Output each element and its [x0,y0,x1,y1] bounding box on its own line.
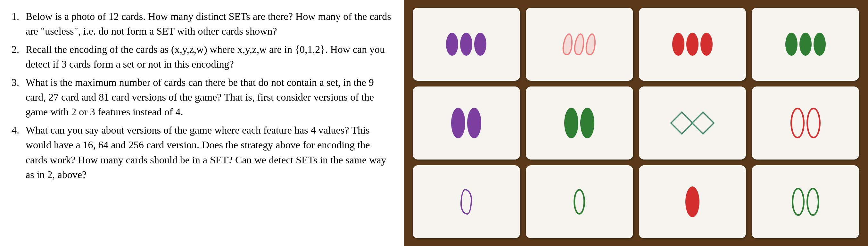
shape-purple-squiggle-outline [460,189,472,215]
shape-red-oval-outline [790,107,805,139]
card-5 [413,87,520,159]
item-number: 3. [11,75,26,120]
question-list: 1. Below is a photo of 12 cards. How man… [11,9,392,185]
shape-green-oval [813,33,826,56]
shape-purple-oval [460,33,472,56]
list-item: 2. Recall the encoding of the cards as (… [11,42,392,72]
list-item: 1. Below is a photo of 12 cards. How man… [11,9,392,39]
shape-green-oval-large [564,107,578,139]
shape-purple-oval-large [467,107,481,139]
card-9 [413,165,520,238]
shape-pink-squiggle [573,33,586,56]
card-8 [752,87,859,159]
shape-green-oval-outline [792,188,805,216]
questions-panel: 1. Below is a photo of 12 cards. How man… [0,0,404,246]
shape-diamond-outline [670,111,694,135]
card-6 [526,87,633,159]
shape-red-oval-outline [806,107,820,139]
item-number: 4. [11,123,26,182]
shape-green-oval [785,33,798,56]
shape-green-oval-outline [806,188,819,216]
item-number: 2. [11,42,26,72]
cards-photo-panel [404,0,868,246]
item-text: Recall the encoding of the cards as (x,y… [26,42,392,72]
shape-red-oval-filled [685,186,700,217]
shape-red-oval [701,33,713,56]
card-1 [413,8,520,81]
card-7 [639,87,746,159]
cards-grid [413,8,859,238]
card-12 [752,165,859,238]
shape-purple-oval [446,33,458,56]
item-text: What can you say about versions of the g… [26,123,392,182]
item-number: 1. [11,9,26,39]
list-item: 3. What is the maximum number of cards c… [11,75,392,120]
shape-green-oval-large [580,107,594,139]
shape-green-oval [800,33,812,56]
card-3 [639,8,746,81]
shape-purple-oval-large [451,107,465,139]
item-text: Below is a photo of 12 cards. How many d… [26,9,392,39]
card-11 [639,165,746,238]
shape-red-oval [686,33,699,56]
list-item: 4. What can you say about versions of th… [11,123,392,182]
item-text: What is the maximum number of cards can … [26,75,392,120]
card-2 [526,8,633,81]
diamonds-container [674,115,711,131]
card-4 [752,8,859,81]
shape-pink-squiggle [562,33,574,56]
shape-purple-oval [474,33,486,56]
shape-red-oval [672,33,684,56]
card-10 [526,165,633,238]
shape-green-oval-outline [574,189,585,215]
shape-pink-squiggle [585,33,597,56]
shape-diamond-outline [691,111,715,135]
